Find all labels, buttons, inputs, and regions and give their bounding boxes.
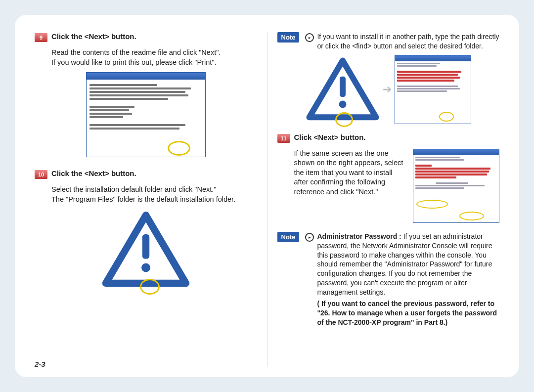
terms-dialog-screenshot	[413, 149, 499, 223]
window-titlebar	[413, 149, 499, 155]
left-column: 9 Click the <Next> button. Read the cont…	[35, 32, 267, 367]
note-2-text: Administrator Password : If you set an a…	[317, 232, 499, 327]
step-9-header: 9 Click the <Next> button.	[35, 32, 257, 42]
arrow-right-icon: ➔	[383, 83, 392, 96]
step-11-title: Click <Next> button.	[294, 133, 366, 143]
svg-rect-1	[142, 234, 149, 259]
note-badge: Note	[277, 32, 300, 43]
readme-screenshot	[86, 72, 206, 157]
step-9-line2: If you would like to print this out, ple…	[51, 58, 257, 68]
step-9-line1: Read the contents of the readme file and…	[51, 48, 257, 58]
highlight-ring	[168, 141, 190, 156]
step-11-content: If the same screen as the one shown on t…	[277, 149, 500, 223]
svg-rect-4	[340, 77, 346, 97]
note-2-reference: ( If you want to cancel the previous pas…	[317, 299, 499, 327]
manual-page: 9 Click the <Next> button. Read the cont…	[15, 15, 519, 377]
readme-text-preview	[87, 80, 205, 134]
step-10-illustration	[35, 209, 257, 291]
step-10-body: Select the installation default folder a…	[35, 185, 257, 204]
step-10-number: 10	[35, 170, 47, 179]
warning-triangle-icon	[101, 209, 190, 291]
note-2: Note ▸ Administrator Password : If you s…	[277, 232, 500, 327]
step-11-body: If the same screen as the one shown on t…	[277, 149, 408, 197]
note-1-text: If you want to install it in another pat…	[317, 32, 499, 51]
note-1-illustration: ➔	[277, 55, 500, 124]
highlight-ring	[439, 112, 454, 122]
note-2-lead: Administrator Password :	[317, 232, 403, 240]
step-10-title: Click the <Next> button.	[51, 169, 136, 179]
step-9-illustration	[35, 72, 257, 157]
page-number: 2-3	[35, 360, 45, 368]
step-10-line2: The "Program Files" folder is the defaul…	[51, 195, 257, 205]
step-11-number: 11	[277, 134, 290, 143]
step-10-header: 10 Click the <Next> button.	[35, 169, 257, 179]
warning-triangle-icon	[306, 55, 380, 124]
bullet-icon: ▸	[305, 33, 314, 42]
step-11-header: 11 Click <Next> button.	[277, 133, 500, 143]
note-1: Note ▸ If you want to install it in anot…	[277, 32, 500, 51]
step-9-title: Click the <Next> button.	[51, 32, 136, 42]
bullet-icon: ▸	[305, 233, 314, 242]
right-column: Note ▸ If you want to install it in anot…	[267, 32, 500, 367]
window-titlebar	[395, 55, 471, 61]
note-badge: Note	[277, 232, 300, 242]
highlight-ring	[416, 200, 448, 209]
svg-point-5	[339, 100, 346, 108]
highlight-ring	[459, 212, 484, 220]
step-10-line1: Select the installation default folder a…	[51, 185, 257, 195]
highlight-ring	[335, 112, 353, 127]
license-dialog-screenshot	[395, 55, 471, 124]
highlight-ring	[140, 279, 160, 295]
step-9-body: Read the contents of the readme file and…	[35, 48, 257, 67]
step-9-number: 9	[35, 33, 47, 42]
svg-point-2	[141, 263, 150, 272]
window-titlebar	[87, 73, 205, 80]
note-2-body: If you set an administrator password, th…	[317, 232, 492, 296]
